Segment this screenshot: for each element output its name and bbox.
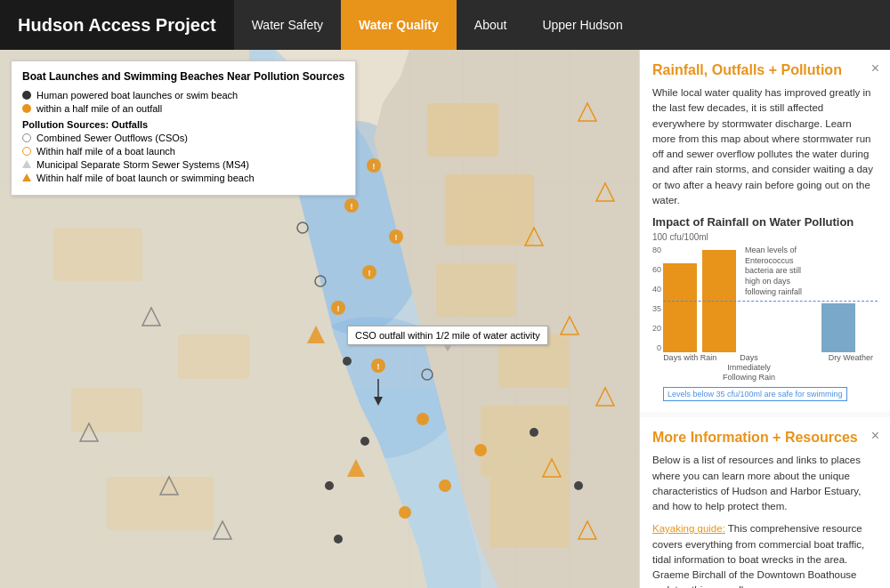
svg-point-43 — [334, 535, 343, 544]
resources-title: More Information + Resources — [652, 430, 878, 446]
resources-section: More Information + Resources × Below is … — [640, 417, 890, 588]
svg-text:!: ! — [377, 362, 380, 371]
app-title: Hudson Access Project — [0, 0, 234, 50]
svg-point-37 — [474, 444, 487, 456]
legend-label-ms4-half: Within half mile of boat launch or swimm… — [36, 173, 255, 183]
tab-water-quality[interactable]: Water Quality — [341, 0, 457, 50]
chart-main: Mean levels of Enterococcus bacteria are… — [663, 246, 878, 401]
svg-rect-7 — [481, 406, 570, 477]
legend-dot-orange — [22, 104, 31, 113]
map-legend: Boat Launches and Swimming Beaches Near … — [11, 60, 356, 196]
bar-labels: Days with Rain Days Immediately Followin… — [663, 353, 878, 382]
rainfall-section: Rainfall, Outfalls + Pollution × While l… — [640, 50, 890, 412]
legend-item-cso: Combined Sewer Outflows (CSOs) — [22, 133, 344, 143]
svg-point-40 — [343, 357, 352, 366]
chart-title: Impact of Rainfall on Water Pollution — [652, 215, 878, 229]
svg-text:!: ! — [337, 304, 340, 313]
svg-rect-8 — [490, 477, 570, 548]
legend-item-dark: Human powered boat launches or swim beac… — [22, 90, 344, 101]
legend-label-orange: within a half mile of an outfall — [36, 103, 162, 114]
svg-text:!: ! — [368, 269, 371, 278]
svg-point-44 — [530, 428, 538, 437]
legend-item-cso-half: Within half mile of a boat launch — [22, 146, 344, 157]
title-text: Hudson Access Project — [18, 15, 216, 36]
bar-chart: 80 60 40 35 20 0 — [652, 246, 878, 401]
right-panel: Rainfall, Outfalls + Pollution × While l… — [639, 50, 890, 588]
map-tooltip: CSO outfall within 1/2 mile of water act… — [347, 326, 548, 345]
rainfall-body: While local water quality has improved g… — [652, 85, 878, 208]
legend-triangle-ms4-half — [22, 173, 31, 181]
legend-item-ms4: Municipal Separate Storm Sewer Systems (… — [22, 159, 344, 170]
legend-label-cso: Combined Sewer Outflows (CSOs) — [36, 133, 188, 143]
tab-about[interactable]: About — [457, 0, 525, 50]
tab-water-safety[interactable]: Water Safety — [234, 0, 341, 50]
legend-label-cso-half: Within half mile of a boat launch — [36, 146, 175, 157]
legend-circle-cso-half — [22, 147, 31, 156]
svg-text:!: ! — [351, 202, 353, 211]
chart-y-label: 100 cfu/100ml — [652, 232, 878, 242]
legend-circle-cso — [22, 133, 31, 142]
legend-title: Boat Launches and Swimming Beaches Near … — [22, 70, 344, 85]
legend-dot-dark — [22, 91, 31, 100]
bar-label-3: Dry Weather — [824, 353, 878, 382]
main-nav: Water Safety Water Quality About Upper H… — [234, 0, 890, 50]
rainfall-close-button[interactable]: × — [871, 60, 879, 77]
legend-item-orange: within a half mile of an outfall — [22, 103, 344, 114]
y-axis: 80 60 40 35 20 0 — [652, 246, 661, 352]
bar-1 — [663, 263, 697, 352]
svg-rect-9 — [53, 228, 142, 281]
legend-label-ms4: Municipal Separate Storm Sewer Systems (… — [36, 159, 249, 170]
svg-point-39 — [399, 506, 411, 519]
svg-rect-5 — [436, 263, 516, 317]
bar-label-1: Days with Rain — [663, 353, 716, 382]
kayaking-link[interactable]: Kayaking guide: — [652, 523, 725, 534]
svg-point-36 — [417, 413, 429, 425]
safe-note: Levels below 35 cfu/100ml are safe for s… — [663, 387, 847, 401]
rainfall-title: Rainfall, Outfalls + Pollution — [652, 62, 878, 78]
resources-close-button[interactable]: × — [871, 428, 879, 444]
svg-rect-12 — [178, 334, 249, 379]
svg-point-42 — [325, 481, 334, 490]
svg-rect-11 — [107, 477, 214, 530]
legend-item-ms4-half: Within half mile of boat launch or swimm… — [22, 173, 344, 183]
map-area[interactable]: ! ! ! ! ! ! ! — [0, 50, 639, 588]
chart-annotation: Mean levels of Enterococcus bacteria are… — [745, 246, 816, 297]
svg-text:!: ! — [373, 162, 376, 171]
safe-line — [663, 301, 878, 302]
header: Hudson Access Project Water Safety Water… — [0, 0, 890, 50]
svg-rect-4 — [445, 174, 534, 246]
resources-intro: Below is a list of resources and links t… — [652, 453, 878, 514]
tab-upper-hudson[interactable]: Upper Hudson — [524, 0, 640, 50]
svg-rect-10 — [71, 388, 142, 432]
bars-area: Mean levels of Enterococcus bacteria are… — [663, 246, 878, 352]
bar-days-with-rain — [663, 263, 697, 352]
svg-point-41 — [360, 437, 369, 446]
bar-dry-weather — [821, 303, 855, 352]
legend-label-dark: Human powered boat launches or swim beac… — [36, 90, 238, 101]
legend-pollution-title: Pollution Sources: Outfalls — [22, 119, 344, 130]
legend-triangle-ms4 — [22, 160, 31, 168]
tooltip-text: CSO outfall within 1/2 mile of water act… — [355, 330, 540, 341]
svg-text:!: ! — [395, 233, 398, 242]
svg-point-38 — [439, 479, 451, 492]
main-content: ! ! ! ! ! ! ! — [0, 50, 890, 588]
bar-3 — [821, 303, 855, 352]
kayaking-resource: Kayaking guide: This comprehensive resou… — [652, 521, 878, 588]
svg-point-45 — [574, 481, 583, 490]
bar-label-2: Days Immediately Following Rain — [722, 353, 775, 382]
